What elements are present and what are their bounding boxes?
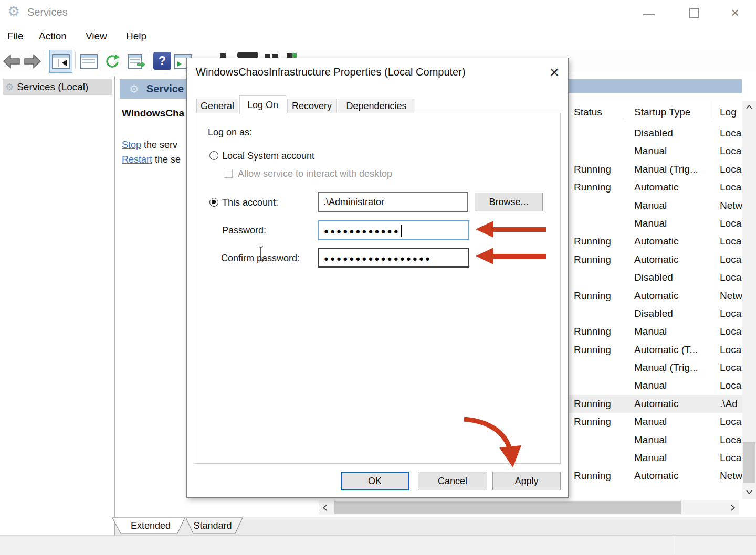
password-field-dots: ●●●●●●●●●●●●	[324, 227, 400, 236]
restart-service-line: Restart the se	[122, 154, 186, 165]
tab-page	[194, 113, 561, 464]
service-row[interactable]: RunningAutomaticNetw	[569, 287, 742, 305]
service-row[interactable]: RunningAutomaticLoca	[569, 178, 742, 196]
column-header-status[interactable]: Status	[574, 106, 602, 118]
scroll-right-icon[interactable]	[727, 500, 739, 515]
local-system-radio[interactable]	[209, 151, 218, 160]
maximize-button[interactable]	[681, 0, 707, 25]
tree-item-services-local[interactable]: ⚙ Services (Local)	[3, 79, 112, 95]
password-field[interactable]: ●●●●●●●●●●●●	[318, 220, 469, 240]
services-banner-left: ⚙ Service	[120, 79, 187, 99]
properties-icon[interactable]	[79, 52, 98, 70]
close-button[interactable]: ×	[722, 0, 748, 25]
occluded-icon-fragment	[265, 54, 270, 58]
service-row[interactable]: DisabledLoca	[569, 269, 742, 286]
service-row[interactable]: DisabledLoca	[569, 305, 742, 323]
occluded-icon-fragment	[220, 53, 226, 58]
account-field[interactable]: .\Administrator	[318, 192, 468, 212]
text-caret	[401, 225, 402, 237]
tab-standard[interactable]: Standard	[190, 520, 235, 531]
column-header-startup[interactable]: Startup Type	[634, 106, 690, 118]
tab-general[interactable]: General	[196, 99, 238, 113]
password-label: Password:	[222, 225, 266, 236]
service-row[interactable]: RunningAutomaticLoca	[569, 232, 742, 250]
service-row[interactable]: Manual (Trig...Loca	[569, 359, 742, 377]
properties-dialog: WindowsChaosInfrastructure Properties (L…	[186, 58, 569, 498]
occluded-icon-fragment	[272, 54, 278, 58]
menu-file[interactable]: File	[7, 30, 24, 42]
dialog-title: WindowsChaosInfrastructure Properties (L…	[196, 66, 466, 78]
scroll-left-icon[interactable]	[319, 500, 331, 515]
gear-icon: ⚙	[129, 83, 139, 95]
restart-link[interactable]: Restart	[122, 154, 152, 165]
console-tree-pane: ⚙ Services (Local)	[0, 76, 115, 529]
service-row[interactable]: ManualLoca	[569, 377, 742, 394]
service-row[interactable]: ManualNetw	[569, 197, 742, 215]
allow-desktop-label: Allow service to interact with desktop	[238, 168, 392, 179]
apply-button[interactable]: Apply	[492, 472, 561, 490]
tab-recovery[interactable]: Recovery	[287, 99, 337, 113]
menu-help[interactable]: Help	[126, 30, 146, 42]
help-glyph: ?	[153, 52, 171, 70]
column-header-log[interactable]: Log	[720, 106, 737, 118]
menu-bar: File Action View Help	[0, 25, 756, 48]
service-row[interactable]: RunningAutomaticLoca	[569, 251, 742, 269]
service-row[interactable]: ManualLoca	[569, 215, 742, 232]
export-list-icon[interactable]	[125, 52, 144, 70]
this-account-label: This account:	[222, 197, 278, 208]
menu-view[interactable]: View	[86, 30, 107, 42]
local-system-label: Local System account	[222, 151, 314, 162]
minimize-button[interactable]	[636, 0, 662, 25]
menu-action[interactable]: Action	[39, 30, 67, 42]
stop-service-line: Stop the serv	[122, 140, 186, 151]
vertical-scroll-thumb[interactable]	[743, 442, 755, 483]
tab-extended[interactable]: Extended	[128, 520, 173, 531]
selected-service-name: WindowsCha	[122, 108, 185, 119]
confirm-password-field[interactable]: ●●●●●●●●●●●●●●●●●	[318, 248, 469, 268]
horizontal-scroll-thumb[interactable]	[334, 501, 681, 514]
this-account-radio[interactable]	[209, 198, 218, 207]
dialog-close-icon[interactable]: ✕	[545, 63, 563, 81]
tab-log-on[interactable]: Log On	[239, 95, 286, 114]
tab-dependencies[interactable]: Dependencies	[338, 99, 415, 113]
cancel-button[interactable]: Cancel	[418, 472, 487, 490]
service-row[interactable]: RunningAutomaticNetw	[569, 467, 742, 485]
bottom-strip	[0, 535, 756, 555]
occluded-icon-fragment	[292, 53, 297, 58]
help-icon[interactable]: ?	[153, 52, 172, 70]
service-row[interactable]: ManualLoca	[569, 431, 742, 449]
service-row[interactable]: ManualLoca	[569, 449, 742, 467]
ibeam-cursor	[257, 246, 265, 262]
app-gear-icon: ⚙	[7, 3, 20, 20]
service-row[interactable]: RunningManualLoca	[569, 413, 742, 431]
banner-title: Service	[146, 83, 184, 95]
service-row[interactable]: DisabledLoca	[569, 124, 742, 142]
stop-link[interactable]: Stop	[122, 140, 141, 150]
ok-button[interactable]: OK	[341, 472, 409, 490]
occluded-icon-fragment	[237, 52, 258, 58]
services-window: ⚙ Services × File Action View Help	[0, 0, 756, 555]
log-on-as-label: Log on as:	[208, 127, 252, 138]
service-row[interactable]: RunningAutomatic.\Ad	[569, 395, 742, 413]
scroll-down-icon[interactable]	[742, 486, 756, 498]
scroll-up-icon[interactable]	[742, 101, 756, 113]
back-icon[interactable]	[2, 52, 21, 70]
occluded-icon-fragment	[287, 53, 292, 58]
allow-desktop-checkbox[interactable]	[224, 169, 233, 178]
service-row[interactable]: RunningManual (Trig...Loca	[569, 161, 742, 178]
service-row[interactable]: RunningManualLoca	[569, 323, 742, 340]
browse-button[interactable]: Browse...	[475, 193, 543, 211]
confirm-password-field-dots: ●●●●●●●●●●●●●●●●●	[324, 254, 432, 263]
gear-icon: ⚙	[5, 81, 14, 93]
forward-icon[interactable]	[23, 52, 42, 70]
service-row[interactable]: ManualLoca	[569, 142, 742, 160]
window-title: Services	[27, 6, 68, 18]
service-row[interactable]: RunningAutomatic (T...Loca	[569, 341, 742, 359]
service-rows: DisabledLocaManualLocaRunningManual (Tri…	[569, 124, 742, 487]
horizontal-scrollbar[interactable]	[319, 500, 739, 515]
vertical-scrollbar[interactable]	[742, 101, 756, 499]
show-hide-console-tree-icon[interactable]	[49, 50, 72, 73]
refresh-icon[interactable]	[102, 52, 121, 70]
